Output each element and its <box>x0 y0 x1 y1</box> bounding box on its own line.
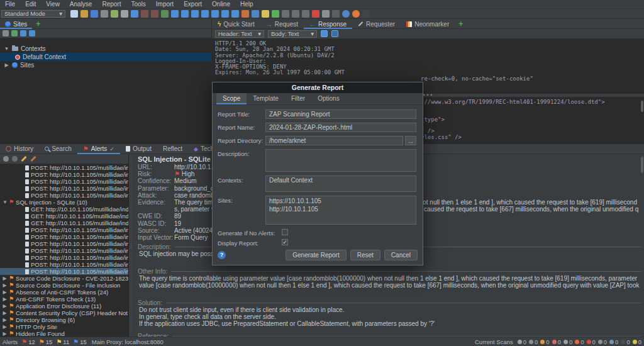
alerts-toolbar-icon[interactable] <box>3 156 9 162</box>
scan-counter[interactable]: 0 <box>633 338 641 345</box>
alert-tree-row[interactable]: ⚑ POST: http://10.10.1.105/mutillidae/in… <box>0 171 128 178</box>
alert-tree-row[interactable]: ⚑ POST: http://10.10.1.105/mutillidae/in… <box>0 226 128 233</box>
cancel-button[interactable]: Cancel <box>384 250 418 260</box>
alert-tree-row[interactable]: ⚑ POST: http://10.10.1.105/mutillidae/in… <box>0 268 128 275</box>
sites-toolbar-icon[interactable] <box>11 30 18 36</box>
header-view-select[interactable]: Header: Text ▾ <box>215 30 264 38</box>
alert-tree-row[interactable]: ▼ ⚑ SQL Injection - SQLite (10) <box>0 199 128 206</box>
toolbar-icon[interactable] <box>252 10 259 18</box>
report-directory-field[interactable]: /home/arknet <box>265 136 403 145</box>
alert-tree-row[interactable]: ⚑ POST: http://10.10.1.105/mutillidae/in… <box>0 178 128 185</box>
tab-history[interactable]: History <box>0 144 39 154</box>
toolbar-icon[interactable] <box>292 10 299 18</box>
expand-arrow-icon[interactable]: ▼ <box>3 199 7 205</box>
alert-tree-row[interactable]: ⚑ POST: http://10.10.1.105/mutillidae/in… <box>0 185 128 192</box>
body-view-select[interactable]: Body: Text ▾ <box>268 30 317 38</box>
toolbar-icon[interactable] <box>302 10 309 18</box>
tab-requester[interactable]: Requester <box>352 20 401 29</box>
alert-tree-row[interactable]: ▶ ⚑ Hidden File Found <box>0 330 128 337</box>
reset-button[interactable]: Reset <box>350 250 380 260</box>
expand-arrow-icon[interactable]: ▶ <box>3 282 7 288</box>
alert-flag-count[interactable]: ⚑ 15 <box>69 338 87 345</box>
toolbar-icon[interactable] <box>332 10 340 18</box>
expand-arrow-icon[interactable]: ▶ <box>3 317 7 323</box>
expand-arrow-icon[interactable]: ▼ <box>4 46 9 52</box>
alerts-toolbar-icon[interactable] <box>12 156 18 162</box>
response-scrollbar[interactable] <box>641 101 643 112</box>
expand-arrow-icon[interactable]: ▶ <box>3 303 7 309</box>
tab-output[interactable]: Output <box>120 144 157 154</box>
toolbar-icon[interactable] <box>121 10 128 18</box>
description-field[interactable] <box>265 149 416 172</box>
generate-if-no-alerts-checkbox[interactable] <box>282 229 288 235</box>
alert-flag-count[interactable]: ⚑ 12 <box>18 338 35 345</box>
tab-options[interactable]: Options <box>311 93 345 104</box>
toolbar-icon[interactable] <box>211 10 219 18</box>
combined-view-icon[interactable] <box>321 30 328 37</box>
scan-counter[interactable]: 0 <box>518 338 526 345</box>
toolbar-icon[interactable] <box>262 10 269 18</box>
add-tab-button[interactable]: + <box>455 20 467 28</box>
alert-tree-row[interactable]: ▶ ⚑ Source Code Disclosure - File Inclus… <box>0 282 128 289</box>
scan-counter[interactable]: 0 <box>540 338 549 345</box>
toolbar-icon[interactable] <box>131 10 138 18</box>
generate-report-button[interactable]: Generate Report <box>286 250 347 260</box>
tab-search[interactable]: Search <box>39 144 77 154</box>
alert-tree-row[interactable]: ⚑ POST: http://10.10.1.105/mutillidae/in… <box>0 261 128 268</box>
alerts-toolbar-icon[interactable] <box>21 156 26 162</box>
toolbar-icon[interactable] <box>272 10 279 18</box>
menu-item[interactable]: Help <box>235 1 258 8</box>
tab-quick-start[interactable]: ϟ Quick Start <box>212 20 260 29</box>
alert-tree-row[interactable]: ⚑ GET: http://10.10.1.105/mutillidae/ind… <box>0 206 128 213</box>
toolbar-icon[interactable] <box>282 10 289 18</box>
tab-reflect[interactable]: Reflect <box>157 144 188 154</box>
toolbar-icon[interactable] <box>161 10 169 18</box>
expand-arrow-icon[interactable]: ▶ <box>3 331 7 337</box>
alert-tree-row[interactable]: ▶ ⚑ Application Error Disclosure (11) <box>0 303 128 310</box>
toolbar-icon[interactable] <box>181 10 189 18</box>
scan-counter[interactable]: 0 <box>598 338 607 345</box>
menu-item[interactable]: File <box>0 1 20 8</box>
tab-alerts[interactable]: ⚑ Alerts ✓ <box>77 144 120 154</box>
alert-tree-row[interactable]: ⚑ GET: http://10.10.1.105/mutillidae/ind… <box>0 220 128 226</box>
alert-tree-row[interactable]: ⚑ GET: http://10.10.1.105/mutillidae/ind… <box>0 213 128 220</box>
menu-item[interactable]: Edit <box>20 1 41 8</box>
menu-item[interactable]: Report <box>97 1 126 8</box>
alert-tree-row[interactable]: ▶ ⚑ Anti-CSRF Tokens Check (13) <box>0 296 128 303</box>
toolbar-icon[interactable] <box>231 10 239 18</box>
tree-node-default-context[interactable]: Default Context <box>0 53 211 61</box>
report-title-field[interactable]: ZAP Scanning Report <box>265 109 416 119</box>
toolbar-icon[interactable] <box>191 10 199 18</box>
tree-node-sites[interactable]: ▶ Sites <box>0 61 211 69</box>
alert-tree-row[interactable]: ⚑ POST: http://10.10.1.105/mutillidae/in… <box>0 233 128 240</box>
sites-field[interactable]: https://10.10.1.105 http://10.10.1.105 <box>265 196 416 225</box>
browse-button[interactable]: ... <box>405 136 416 145</box>
scan-counter[interactable]: 0 <box>587 338 596 345</box>
alert-tree-row[interactable]: ▶ ⚑ Source Code Disclosure - CVE-2012-18… <box>0 275 128 282</box>
toolbar-icon[interactable] <box>80 10 88 18</box>
alert-tree-row[interactable]: ▶ ⚑ Directory Browsing (6) <box>0 316 128 323</box>
alert-tree-row[interactable]: ▶ ⚑ HTTP Only Site <box>0 323 128 330</box>
toolbar-icon[interactable] <box>221 10 229 18</box>
tab-request[interactable]: → Request <box>260 20 304 29</box>
toolbar-icon[interactable] <box>322 10 330 18</box>
toolbar-icon[interactable] <box>362 10 370 18</box>
toolbar-icon[interactable] <box>70 10 78 18</box>
detail-scrollbar[interactable] <box>641 157 643 173</box>
add-panel-button[interactable]: + <box>32 20 44 28</box>
scan-counter[interactable]: 0 <box>575 338 584 345</box>
dialog-title[interactable]: Generate Report <box>213 82 423 93</box>
alerts-toolbar-icon[interactable] <box>30 156 36 162</box>
tab-response[interactable]: ← Response <box>304 20 352 29</box>
report-name-field[interactable]: 2024-01-28-ZAP-Report-.html <box>265 123 416 132</box>
tab-scope[interactable]: Scope <box>216 93 247 104</box>
alert-tree-row[interactable]: ▶ ⚑ Content Security Policy (CSP) Header… <box>0 310 128 316</box>
tree-node-contexts[interactable]: ▼ Contexts <box>0 45 211 53</box>
expand-arrow-icon[interactable]: ▶ <box>3 310 7 316</box>
toolbar-icon[interactable] <box>91 10 98 18</box>
tab-template[interactable]: Template <box>247 93 285 104</box>
alert-flag-count[interactable]: ⚑ 15 <box>35 338 53 345</box>
help-icon[interactable]: ? <box>218 251 226 259</box>
tab-sites[interactable]: Sites <box>0 20 32 29</box>
scan-counter[interactable]: 0 <box>621 338 630 345</box>
